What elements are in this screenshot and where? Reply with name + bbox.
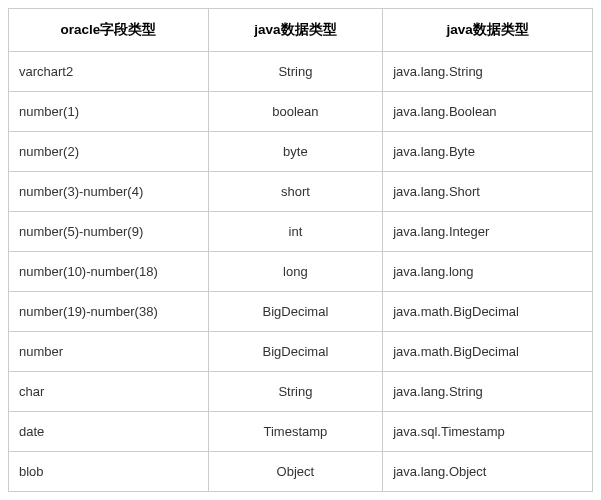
- cell-oracle-type: number(3)-number(4): [9, 172, 209, 212]
- header-java-type-2: java数据类型: [383, 9, 593, 52]
- header-java-type-1: java数据类型: [208, 9, 383, 52]
- cell-oracle-type: number(2): [9, 132, 209, 172]
- cell-java-type-1: Object: [208, 452, 383, 492]
- cell-java-type-2: java.lang.Boolean: [383, 92, 593, 132]
- type-mapping-table: oracle字段类型 java数据类型 java数据类型 varchart2 S…: [8, 8, 593, 492]
- cell-oracle-type: varchart2: [9, 52, 209, 92]
- table-row: blob Object java.lang.Object: [9, 452, 593, 492]
- table-row: number(3)-number(4) short java.lang.Shor…: [9, 172, 593, 212]
- table-row: number(10)-number(18) long java.lang.lon…: [9, 252, 593, 292]
- cell-java-type-1: String: [208, 52, 383, 92]
- table-row: char String java.lang.String: [9, 372, 593, 412]
- cell-java-type-2: java.lang.String: [383, 52, 593, 92]
- cell-java-type-1: byte: [208, 132, 383, 172]
- cell-java-type-2: java.lang.Object: [383, 452, 593, 492]
- cell-oracle-type: number(10)-number(18): [9, 252, 209, 292]
- cell-oracle-type: number(5)-number(9): [9, 212, 209, 252]
- cell-oracle-type: number(1): [9, 92, 209, 132]
- cell-java-type-1: boolean: [208, 92, 383, 132]
- cell-java-type-1: long: [208, 252, 383, 292]
- cell-java-type-2: java.math.BigDecimal: [383, 332, 593, 372]
- cell-java-type-2: java.sql.Timestamp: [383, 412, 593, 452]
- cell-java-type-1: BigDecimal: [208, 292, 383, 332]
- table-row: varchart2 String java.lang.String: [9, 52, 593, 92]
- cell-java-type-2: java.lang.Byte: [383, 132, 593, 172]
- cell-java-type-2: java.lang.String: [383, 372, 593, 412]
- cell-java-type-2: java.lang.Short: [383, 172, 593, 212]
- table-row: number BigDecimal java.math.BigDecimal: [9, 332, 593, 372]
- cell-java-type-1: String: [208, 372, 383, 412]
- cell-java-type-1: short: [208, 172, 383, 212]
- cell-java-type-2: java.lang.long: [383, 252, 593, 292]
- cell-oracle-type: number(19)-number(38): [9, 292, 209, 332]
- header-oracle-type: oracle字段类型: [9, 9, 209, 52]
- cell-java-type-2: java.lang.Integer: [383, 212, 593, 252]
- cell-java-type-1: BigDecimal: [208, 332, 383, 372]
- table-header-row: oracle字段类型 java数据类型 java数据类型: [9, 9, 593, 52]
- table-row: number(5)-number(9) int java.lang.Intege…: [9, 212, 593, 252]
- cell-java-type-1: Timestamp: [208, 412, 383, 452]
- cell-java-type-1: int: [208, 212, 383, 252]
- cell-oracle-type: blob: [9, 452, 209, 492]
- cell-oracle-type: number: [9, 332, 209, 372]
- table-body: varchart2 String java.lang.String number…: [9, 52, 593, 492]
- cell-oracle-type: date: [9, 412, 209, 452]
- table-row: number(2) byte java.lang.Byte: [9, 132, 593, 172]
- cell-oracle-type: char: [9, 372, 209, 412]
- table-row: date Timestamp java.sql.Timestamp: [9, 412, 593, 452]
- table-row: number(1) boolean java.lang.Boolean: [9, 92, 593, 132]
- table-row: number(19)-number(38) BigDecimal java.ma…: [9, 292, 593, 332]
- cell-java-type-2: java.math.BigDecimal: [383, 292, 593, 332]
